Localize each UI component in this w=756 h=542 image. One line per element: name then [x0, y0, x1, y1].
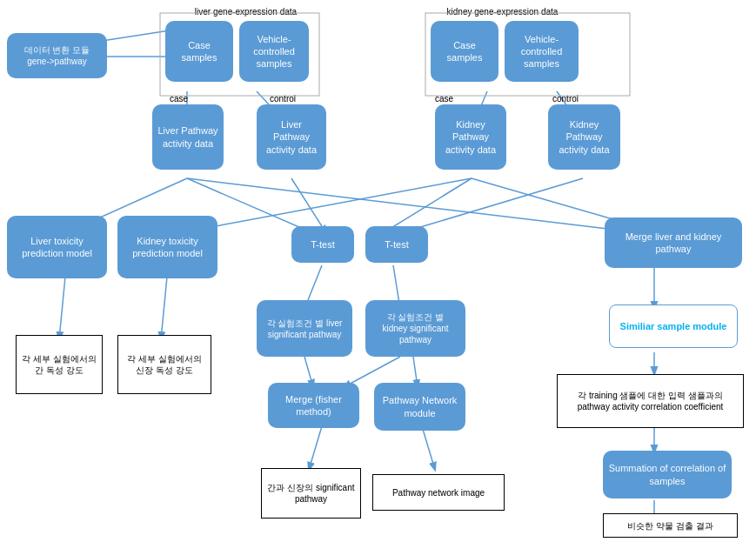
training-correlation-node: 각 training 샘플에 대한 입력 샘플과의 pathway activi… — [557, 374, 744, 428]
liver-case-node: Case samples — [165, 21, 233, 82]
joint-significant-node: 간과 신장의 significant pathway — [261, 468, 361, 519]
summation-node: Summation of correlation of samples — [603, 451, 732, 499]
svg-line-13 — [59, 277, 65, 339]
svg-line-9 — [383, 178, 472, 233]
similar-sample-label: Similiar sample module — [620, 320, 727, 332]
liver-pathway-case-node: Liver Pathway activity data — [152, 104, 224, 170]
control-label2: control — [552, 94, 579, 104]
data-transform-node: 데이터 변환 모듈 gene->pathway — [7, 33, 107, 78]
liver-sig-node: 각 실험조건 별 liver significant pathway — [257, 300, 352, 357]
kidney-tox-result-node: 각 세부 실험에서의 신장 독성 강도 — [117, 335, 211, 394]
kidney-vehicle-node: Vehicle- controlled samples — [505, 21, 579, 82]
control-label1: control — [270, 94, 296, 104]
svg-line-7 — [291, 178, 326, 233]
svg-line-11 — [187, 178, 644, 233]
kidney-pathway-case-node: Kidney Pathway activity data — [435, 104, 506, 170]
kidney-sig-label: 각 실험조건 별kidney significantpathway — [382, 311, 448, 345]
merge-liver-kidney-node: Merge liver and kidney pathway — [605, 217, 742, 268]
ttest1-node: T-test — [291, 226, 354, 263]
kidney-pathway-ctrl-node: Kidney Pathway activity data — [548, 104, 620, 170]
ttest2-node: T-test — [365, 226, 428, 263]
svg-line-20 — [309, 426, 322, 470]
merge-fisher-node: Merge (fisher method) — [268, 383, 359, 428]
kidney-tox-node: Kidney toxicity prediction model — [117, 216, 217, 278]
liver-header-label: liver gene-expression data — [170, 7, 322, 17]
pathway-network-node: Pathway Network module — [374, 383, 465, 431]
case-label1: case — [170, 94, 188, 104]
svg-line-21 — [422, 426, 435, 470]
svg-line-8 — [178, 178, 472, 233]
kidney-header-label: kidney gene-expression data — [426, 7, 579, 17]
liver-vehicle-node: Vehicle- controlled samples — [239, 21, 309, 82]
kidney-sig-node: 각 실험조건 별kidney significantpathway — [365, 300, 465, 357]
liver-tox-result-node: 각 세부 실험에서의 간 독성 강도 — [16, 335, 103, 394]
kidney-case-node: Case samples — [431, 21, 498, 82]
svg-line-10 — [400, 178, 583, 233]
pathway-network-image-node: Pathway network image — [372, 474, 505, 511]
similar-result-node: 비슷한 약물 검출 결과 — [603, 513, 738, 538]
diagram: liver gene-expression data kidney gene-e… — [0, 0, 756, 542]
similar-sample-node: Similiar sample module — [609, 304, 738, 348]
svg-line-14 — [161, 277, 167, 339]
liver-tox-node: Liver toxicity prediction model — [7, 216, 107, 278]
liver-pathway-ctrl-node: Liver Pathway activity data — [257, 104, 326, 170]
case-label2: case — [435, 94, 453, 104]
